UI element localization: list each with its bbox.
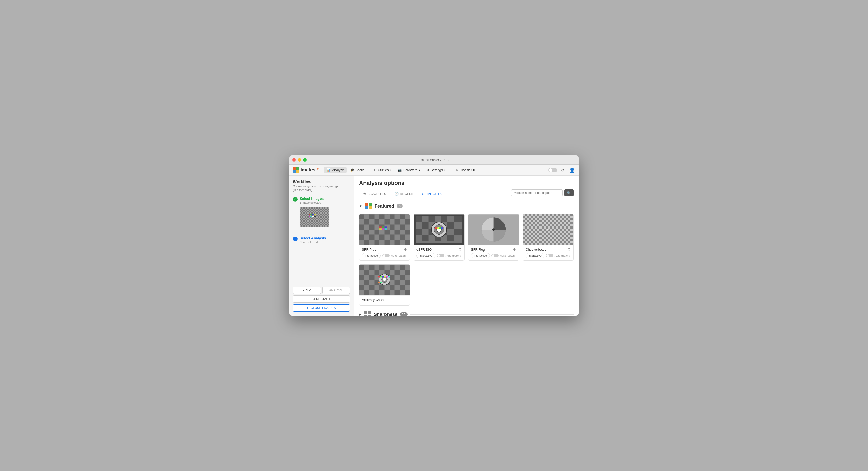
sfr-plus-name: SFR Plus — [362, 248, 376, 252]
utilities-menu[interactable]: ✂ Utilities ▾ — [371, 167, 394, 173]
learn-menu[interactable]: 🎓 Learn — [348, 167, 367, 173]
sfr-plus-toggle[interactable] — [382, 254, 390, 257]
svg-rect-12 — [390, 215, 395, 220]
featured-collapse-arrow[interactable]: ▼ — [359, 204, 362, 208]
panel-body: ▼ Featured 5 — [354, 198, 579, 316]
featured-title: Featured — [375, 203, 394, 209]
svg-rect-87 — [369, 275, 375, 280]
hardware-label: Hardware — [403, 168, 417, 172]
checkerboard-gear-icon[interactable]: ⚙ — [567, 247, 571, 252]
card-sfr-plus[interactable]: SFR Plus ⚙ Interactive Auto (batch) — [359, 214, 410, 260]
svg-rect-116 — [380, 282, 382, 283]
svg-rect-26 — [384, 229, 390, 235]
sfr-reg-interactive-button[interactable]: Interactive — [471, 253, 490, 258]
step-select-images[interactable]: ✓ Select Images 1 image selected — [293, 196, 350, 204]
svg-rect-82 — [375, 270, 380, 275]
restart-button[interactable]: ↺ RESTART — [293, 295, 350, 303]
sharpness-count: 11 — [400, 312, 408, 316]
arbitrary-charts-footer: Arbitrary Charts — [359, 295, 410, 305]
recent-icon: 🕐 — [395, 192, 399, 196]
card-arbitrary-charts[interactable]: Arbitrary Charts — [359, 264, 410, 306]
analyze-menu[interactable]: 📊 Analyze — [324, 167, 346, 173]
sfr-reg-name: SFR Reg — [471, 248, 485, 252]
checkerboard-interactive-button[interactable]: Interactive — [526, 253, 545, 258]
gear-icon[interactable]: ⚙ — [559, 166, 566, 174]
step-select-analysis[interactable]: › Select Analysis None selected — [293, 236, 350, 244]
theme-toggle[interactable] — [548, 168, 557, 172]
hardware-menu[interactable]: 📷 Hardware ▾ — [395, 167, 423, 173]
analysis-panel: Analysis options ★ FAVORITES 🕐 RECENT ⊙ … — [354, 176, 579, 316]
card-esfr-iso[interactable]: eSFR ISO ⚙ Interactive Auto (batch) — [413, 214, 465, 260]
svg-rect-7 — [369, 206, 372, 210]
svg-rect-100 — [400, 285, 405, 290]
sfr-plus-svg — [359, 214, 410, 245]
prev-button[interactable]: PREV — [293, 287, 321, 294]
esfr-iso-gear-icon[interactable]: ⚙ — [458, 247, 462, 252]
sfr-reg-name-row: SFR Reg ⚙ — [471, 247, 516, 252]
utilities-chevron: ▾ — [390, 168, 391, 171]
svg-rect-20 — [369, 225, 375, 230]
preview-inner — [300, 207, 329, 227]
user-avatar[interactable]: 👤 — [568, 166, 576, 174]
sfr-plus-gear-icon[interactable]: ⚙ — [404, 247, 407, 252]
search-area: 🔍 — [511, 189, 574, 198]
hardware-icon: 📷 — [398, 168, 402, 172]
esfr-iso-toggle[interactable] — [437, 254, 444, 257]
sfr-reg-gear-icon[interactable]: ⚙ — [513, 247, 516, 252]
svg-rect-28 — [405, 229, 410, 235]
settings-menu[interactable]: ⚙ Settings ▾ — [424, 167, 448, 173]
classic-ui-button[interactable]: 🖥 Classic UI — [452, 167, 477, 173]
svg-rect-91 — [365, 280, 370, 285]
svg-rect-110 — [380, 276, 382, 277]
svg-point-72 — [492, 228, 495, 231]
sidebar-buttons: PREV ANALYZE ↺ RESTART ⊡ CLOSE FIGURES — [293, 287, 350, 312]
maximize-button[interactable] — [303, 158, 307, 162]
close-figures-label: CLOSE FIGURES — [311, 306, 336, 310]
step1-content: Select Images 1 image selected — [300, 196, 323, 204]
step1-icon: ✓ — [293, 197, 298, 201]
svg-rect-29 — [359, 235, 365, 240]
svg-rect-95 — [405, 280, 410, 285]
search-input[interactable] — [511, 189, 563, 196]
sfr-plus-footer: SFR Plus ⚙ Interactive Auto (batch) — [359, 245, 410, 260]
step-connector — [295, 229, 296, 232]
search-button[interactable]: 🔍 — [564, 189, 574, 196]
esfr-iso-batch-label: Auto (batch) — [446, 254, 461, 257]
card-sfr-reg[interactable]: SFR Reg ⚙ Interactive Auto (batch) — [468, 214, 519, 260]
sfr-reg-toggle[interactable] — [491, 254, 499, 257]
svg-rect-35 — [375, 240, 380, 245]
svg-rect-111 — [382, 276, 384, 277]
svg-rect-58 — [422, 235, 428, 241]
tab-targets[interactable]: ⊙ TARGETS — [418, 190, 446, 198]
close-figures-button[interactable]: ⊡ CLOSE FIGURES — [293, 304, 350, 312]
analyze-button[interactable]: ANALYZE — [322, 287, 350, 294]
favorites-label: FAVORITES — [368, 192, 386, 196]
svg-rect-15 — [375, 219, 380, 225]
svg-rect-85 — [405, 270, 410, 275]
tabs: ★ FAVORITES 🕐 RECENT ⊙ TARGETS 🔍 — [359, 189, 574, 198]
card-checkerboard[interactable]: Checkerboard ⚙ Interactive Auto (batch) — [523, 214, 574, 260]
window-title: Imatest Master 2021.2 — [418, 158, 449, 162]
sfr-plus-interactive-button[interactable]: Interactive — [362, 253, 381, 258]
svg-rect-103 — [384, 290, 390, 295]
svg-rect-66 — [439, 227, 441, 229]
close-button[interactable] — [292, 158, 296, 162]
svg-rect-33 — [400, 235, 405, 240]
svg-rect-34 — [365, 240, 370, 245]
minimize-button[interactable] — [298, 158, 301, 162]
checkerboard-toggle[interactable] — [546, 254, 553, 257]
tab-favorites[interactable]: ★ FAVORITES — [359, 190, 390, 198]
sfr-reg-svg — [468, 214, 519, 245]
sharpness-expand-arrow[interactable]: ▶ — [359, 313, 361, 316]
esfr-iso-footer: eSFR ISO ⚙ Interactive Auto (batch) — [414, 245, 464, 260]
svg-rect-113 — [386, 276, 388, 277]
svg-rect-51 — [422, 222, 428, 228]
svg-rect-120 — [368, 315, 371, 316]
recent-label: RECENT — [400, 192, 413, 196]
svg-rect-64 — [435, 227, 437, 229]
checkerboard-svg — [523, 214, 573, 245]
svg-rect-18 — [405, 219, 410, 225]
toggle-thumb — [549, 168, 552, 172]
esfr-iso-interactive-button[interactable]: Interactive — [416, 253, 435, 258]
tab-recent[interactable]: 🕐 RECENT — [390, 190, 418, 198]
